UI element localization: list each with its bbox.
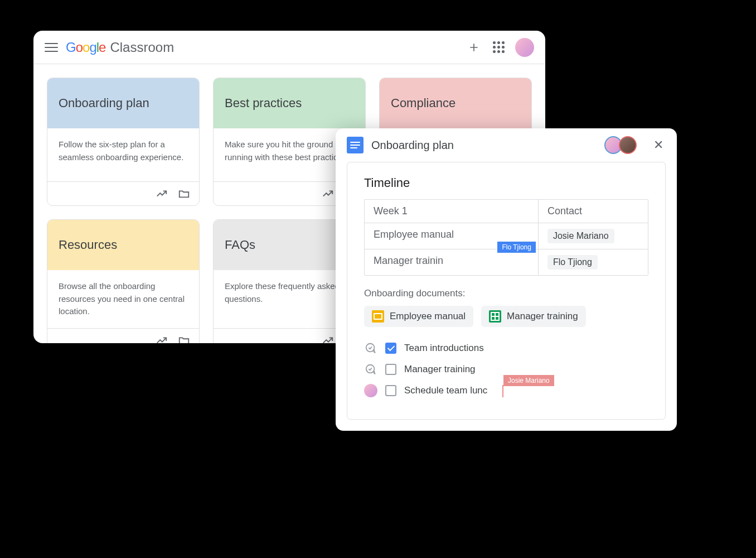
checkbox-unchecked[interactable] [385,364,396,375]
table-header: Contact [539,200,648,223]
timeline-table: Week 1 Contact Employee manual Josie Mar… [364,199,648,276]
card-title: FAQs [225,238,255,252]
docs-window: Onboarding plan ✕ Timeline Week 1 Contac… [336,128,677,431]
checklist-item[interactable]: Schedule team lunc Josie Mariano [364,384,648,397]
assign-task-icon[interactable] [364,341,377,355]
document-chip-sheets[interactable]: Manager training [481,306,586,327]
card-title: Compliance [391,96,455,110]
card-title: Best practices [225,96,302,110]
class-card-resources[interactable]: Resources Browse all the onboarding reso… [47,219,200,343]
folder-icon[interactable] [178,187,190,200]
checkbox-checked[interactable] [385,343,396,354]
assignee-avatar[interactable] [364,384,377,397]
docs-header: Onboarding plan ✕ [336,128,677,162]
checklist-label: Manager training [404,364,476,375]
checklist-item[interactable]: Manager training [364,363,648,376]
collaborator-avatars [604,136,637,154]
google-logo: Google [66,40,105,55]
assign-task-icon[interactable] [364,363,377,376]
table-header: Week 1 [365,200,539,223]
docs-content: Timeline Week 1 Contact Employee manual … [347,162,666,420]
svg-point-2 [366,344,375,352]
folder-icon[interactable] [178,334,190,344]
document-chips: Employee manual Manager training [364,306,648,327]
collaborator-cursor-tag: Flo Tjiong [497,242,535,253]
checklist: Team introductions Manager training Sche… [364,341,648,397]
menu-icon[interactable] [45,41,58,54]
collaborator-avatar[interactable] [619,136,637,154]
table-cell[interactable]: Manager trainin Flo Tjiong [365,249,539,275]
card-description: Follow the six-step plan for a seamless … [47,128,199,181]
table-cell[interactable]: Josie Mariano [539,223,648,249]
contact-chip[interactable]: Josie Mariano [547,229,614,243]
svg-point-5 [366,365,375,373]
checklist-label: Team introductions [404,343,484,354]
trending-icon[interactable] [322,334,334,344]
class-card-onboarding-plan[interactable]: Onboarding plan Follow the six-step plan… [47,78,200,206]
card-description: Browse all the onboarding resources you … [47,270,199,328]
card-title: Resources [59,238,117,252]
trending-icon[interactable] [156,334,168,344]
trending-icon[interactable] [322,187,334,200]
section-label: Onboarding documents: [364,288,648,299]
checkbox-unchecked[interactable] [385,385,396,396]
collaborator-cursor-line [502,385,503,397]
add-icon[interactable] [467,41,481,54]
close-icon[interactable]: ✕ [651,138,666,152]
timeline-heading: Timeline [364,176,648,190]
checklist-label: Schedule team lunc [404,385,487,396]
trending-icon[interactable] [156,187,168,200]
doc-chip-label: Employee manual [390,311,466,322]
checklist-item[interactable]: Team introductions [364,341,648,355]
card-title: Onboarding plan [59,96,149,110]
docs-title: Onboarding plan [371,139,597,152]
apps-icon[interactable] [492,41,505,54]
contact-chip[interactable]: Flo Tjiong [547,255,598,270]
user-avatar[interactable] [515,38,534,57]
classroom-header: Google Classroom [33,31,545,64]
collaborator-cursor-tag: Josie Mariano [503,375,554,386]
table-cell[interactable]: Flo Tjiong [539,249,648,275]
doc-chip-label: Manager training [507,311,578,322]
docs-app-icon [347,137,364,153]
product-name: Classroom [110,40,174,55]
slides-icon [372,310,384,323]
document-chip-slides[interactable]: Employee manual [364,306,473,327]
sheets-icon [489,310,501,323]
